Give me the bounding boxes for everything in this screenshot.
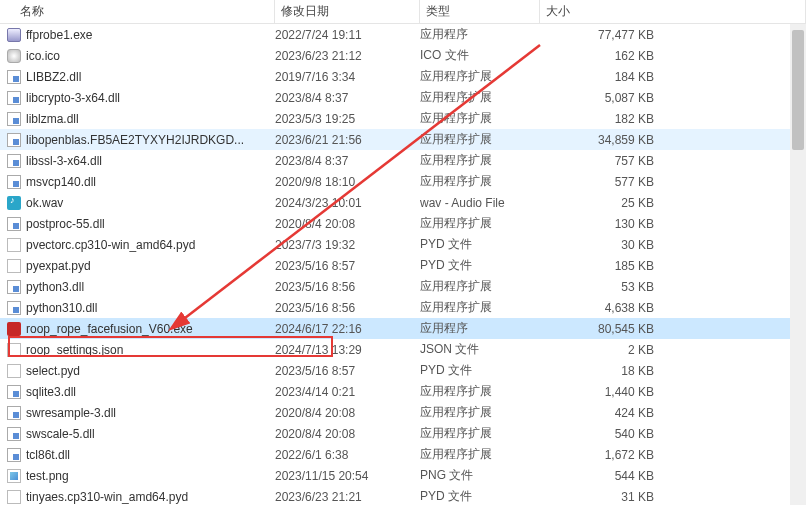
- column-header-size[interactable]: 大小: [540, 0, 806, 23]
- column-header-date[interactable]: 修改日期: [275, 0, 420, 23]
- file-type: 应用程序: [420, 320, 540, 337]
- file-row[interactable]: pvectorc.cp310-win_amd64.pyd2023/7/3 19:…: [0, 234, 806, 255]
- file-type: 应用程序: [420, 26, 540, 43]
- file-date: 2023/6/23 21:21: [275, 490, 420, 504]
- app-red-icon: [6, 321, 22, 337]
- file-row[interactable]: select.pyd2023/5/16 8:57PYD 文件18 KB: [0, 360, 806, 381]
- file-row[interactable]: swscale-5.dll2020/8/4 20:08应用程序扩展540 KB: [0, 423, 806, 444]
- file-type: JSON 文件: [420, 341, 540, 358]
- file-size: 4,638 KB: [540, 301, 660, 315]
- exe-icon: [6, 27, 22, 43]
- file-row[interactable]: swresample-3.dll2020/8/4 20:08应用程序扩展424 …: [0, 402, 806, 423]
- file-date: 2023/5/16 8:57: [275, 364, 420, 378]
- file-row[interactable]: LIBBZ2.dll2019/7/16 3:34应用程序扩展184 KB: [0, 66, 806, 87]
- file-type: PYD 文件: [420, 257, 540, 274]
- file-date: 2023/6/23 21:12: [275, 49, 420, 63]
- file-size: 31 KB: [540, 490, 660, 504]
- file-type: 应用程序扩展: [420, 299, 540, 316]
- file-name: LIBBZ2.dll: [26, 70, 275, 84]
- file-name: select.pyd: [26, 364, 275, 378]
- file-size: 77,477 KB: [540, 28, 660, 42]
- file-row[interactable]: python310.dll2023/5/16 8:56应用程序扩展4,638 K…: [0, 297, 806, 318]
- file-type: PYD 文件: [420, 488, 540, 505]
- file-type: wav - Audio File: [420, 196, 540, 210]
- file-type: 应用程序扩展: [420, 278, 540, 295]
- dll-icon: [6, 216, 22, 232]
- file-name: libopenblas.FB5AE2TYXYH2IJRDKGD...: [26, 133, 275, 147]
- file-type: PYD 文件: [420, 362, 540, 379]
- file-size: 182 KB: [540, 112, 660, 126]
- file-row[interactable]: ok.wav2024/3/23 10:01wav - Audio File25 …: [0, 192, 806, 213]
- column-header-name[interactable]: 名称: [0, 0, 275, 23]
- file-row[interactable]: sqlite3.dll2023/4/14 0:21应用程序扩展1,440 KB: [0, 381, 806, 402]
- file-row[interactable]: msvcp140.dll2020/9/8 18:10应用程序扩展577 KB: [0, 171, 806, 192]
- file-name: libcrypto-3-x64.dll: [26, 91, 275, 105]
- file-date: 2023/5/3 19:25: [275, 112, 420, 126]
- dll-icon: [6, 90, 22, 106]
- file-row[interactable]: ffprobe1.exe2022/7/24 19:11应用程序77,477 KB: [0, 24, 806, 45]
- file-name: swscale-5.dll: [26, 427, 275, 441]
- file-row[interactable]: postproc-55.dll2020/8/4 20:08应用程序扩展130 K…: [0, 213, 806, 234]
- file-name: tcl86t.dll: [26, 448, 275, 462]
- dll-icon: [6, 426, 22, 442]
- file-name: roop_rope_facefusion_V60.exe: [26, 322, 275, 336]
- file-size: 424 KB: [540, 406, 660, 420]
- file-date: 2023/7/3 19:32: [275, 238, 420, 252]
- file-list: ffprobe1.exe2022/7/24 19:11应用程序77,477 KB…: [0, 24, 806, 505]
- file-size: 540 KB: [540, 427, 660, 441]
- json-icon: [6, 342, 22, 358]
- file-row[interactable]: roop_rope_facefusion_V60.exe2024/6/17 22…: [0, 318, 806, 339]
- file-row[interactable]: tinyaes.cp310-win_amd64.pyd2023/6/23 21:…: [0, 486, 806, 505]
- file-name: ffprobe1.exe: [26, 28, 275, 42]
- file-size: 185 KB: [540, 259, 660, 273]
- file-row[interactable]: libssl-3-x64.dll2023/8/4 8:37应用程序扩展757 K…: [0, 150, 806, 171]
- file-row[interactable]: pyexpat.pyd2023/5/16 8:57PYD 文件185 KB: [0, 255, 806, 276]
- file-name: roop_settings.json: [26, 343, 275, 357]
- dll-icon: [6, 132, 22, 148]
- file-date: 2023/5/16 8:56: [275, 280, 420, 294]
- dll-icon: [6, 69, 22, 85]
- pyd-icon: [6, 237, 22, 253]
- file-name: liblzma.dll: [26, 112, 275, 126]
- file-name: test.png: [26, 469, 275, 483]
- file-row[interactable]: tcl86t.dll2022/6/1 6:38应用程序扩展1,672 KB: [0, 444, 806, 465]
- file-date: 2023/5/16 8:56: [275, 301, 420, 315]
- file-row[interactable]: test.png2023/11/15 20:54PNG 文件544 KB: [0, 465, 806, 486]
- file-date: 2020/8/4 20:08: [275, 217, 420, 231]
- file-type: 应用程序扩展: [420, 446, 540, 463]
- file-date: 2023/4/14 0:21: [275, 385, 420, 399]
- file-date: 2020/8/4 20:08: [275, 427, 420, 441]
- file-size: 130 KB: [540, 217, 660, 231]
- file-type: 应用程序扩展: [420, 152, 540, 169]
- file-type: PYD 文件: [420, 236, 540, 253]
- file-row[interactable]: libcrypto-3-x64.dll2023/8/4 8:37应用程序扩展5,…: [0, 87, 806, 108]
- file-type: 应用程序扩展: [420, 89, 540, 106]
- png-icon: [6, 468, 22, 484]
- file-row[interactable]: python3.dll2023/5/16 8:56应用程序扩展53 KB: [0, 276, 806, 297]
- file-row[interactable]: libopenblas.FB5AE2TYXYH2IJRDKGD...2023/6…: [0, 129, 806, 150]
- file-name: pyexpat.pyd: [26, 259, 275, 273]
- pyd-icon: [6, 258, 22, 274]
- file-name: postproc-55.dll: [26, 217, 275, 231]
- file-row[interactable]: ico.ico2023/6/23 21:12ICO 文件162 KB: [0, 45, 806, 66]
- column-header-type[interactable]: 类型: [420, 0, 540, 23]
- file-row[interactable]: roop_settings.json2024/7/13 13:29JSON 文件…: [0, 339, 806, 360]
- file-size: 80,545 KB: [540, 322, 660, 336]
- file-row[interactable]: liblzma.dll2023/5/3 19:25应用程序扩展182 KB: [0, 108, 806, 129]
- file-name: pvectorc.cp310-win_amd64.pyd: [26, 238, 275, 252]
- file-date: 2024/3/23 10:01: [275, 196, 420, 210]
- dll-icon: [6, 279, 22, 295]
- file-date: 2020/8/4 20:08: [275, 406, 420, 420]
- file-size: 34,859 KB: [540, 133, 660, 147]
- pyd-icon: [6, 363, 22, 379]
- wav-icon: [6, 195, 22, 211]
- file-name: sqlite3.dll: [26, 385, 275, 399]
- file-size: 25 KB: [540, 196, 660, 210]
- file-date: 2023/8/4 8:37: [275, 91, 420, 105]
- file-date: 2024/7/13 13:29: [275, 343, 420, 357]
- dll-icon: [6, 153, 22, 169]
- scrollbar-thumb[interactable]: [792, 30, 804, 150]
- file-size: 2 KB: [540, 343, 660, 357]
- file-date: 2023/8/4 8:37: [275, 154, 420, 168]
- vertical-scrollbar[interactable]: [790, 24, 806, 505]
